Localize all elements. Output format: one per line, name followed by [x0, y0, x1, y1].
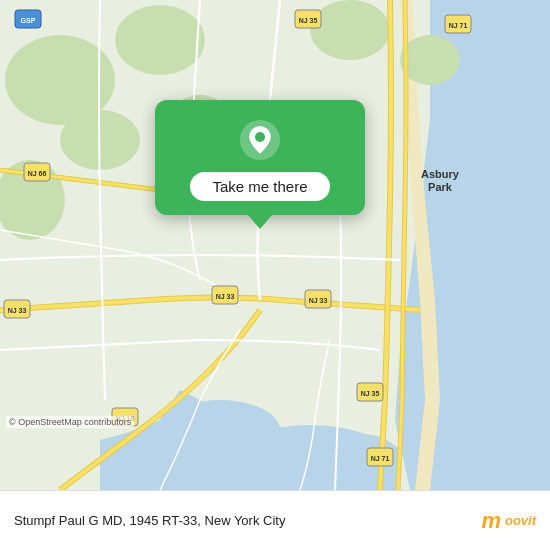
svg-text:NJ 71: NJ 71 — [371, 455, 390, 462]
svg-text:GSP: GSP — [21, 17, 36, 24]
osm-attribution: © OpenStreetMap contributors — [6, 416, 134, 428]
svg-text:NJ 35: NJ 35 — [299, 17, 318, 24]
bottom-bar: Stumpf Paul G MD, 1945 RT-33, New York C… — [0, 490, 550, 550]
svg-text:NJ 33: NJ 33 — [216, 293, 235, 300]
location-popup: Take me there — [155, 100, 365, 215]
moovit-m-letter: m — [481, 508, 501, 534]
svg-point-36 — [255, 132, 265, 142]
map-container: NJ 35 NJ 71 NJ 66 NJ 33 NJ 33 NJ 33 NJ 3… — [0, 0, 550, 490]
location-pin-icon — [238, 118, 282, 162]
svg-text:NJ 66: NJ 66 — [28, 170, 47, 177]
address-label: Stumpf Paul G MD, 1945 RT-33, New York C… — [14, 513, 481, 528]
svg-text:NJ 35: NJ 35 — [361, 390, 380, 397]
svg-text:NJ 33: NJ 33 — [8, 307, 27, 314]
svg-text:Park: Park — [428, 181, 453, 193]
svg-point-12 — [400, 35, 460, 85]
moovit-text: oovit — [505, 513, 536, 528]
moovit-logo: m oovit — [481, 508, 536, 534]
take-me-there-button[interactable]: Take me there — [190, 172, 329, 201]
svg-text:NJ 33: NJ 33 — [309, 297, 328, 304]
svg-text:NJ 71: NJ 71 — [449, 22, 468, 29]
svg-text:Asbury: Asbury — [421, 168, 460, 180]
svg-point-11 — [310, 0, 390, 60]
svg-point-7 — [115, 5, 205, 75]
